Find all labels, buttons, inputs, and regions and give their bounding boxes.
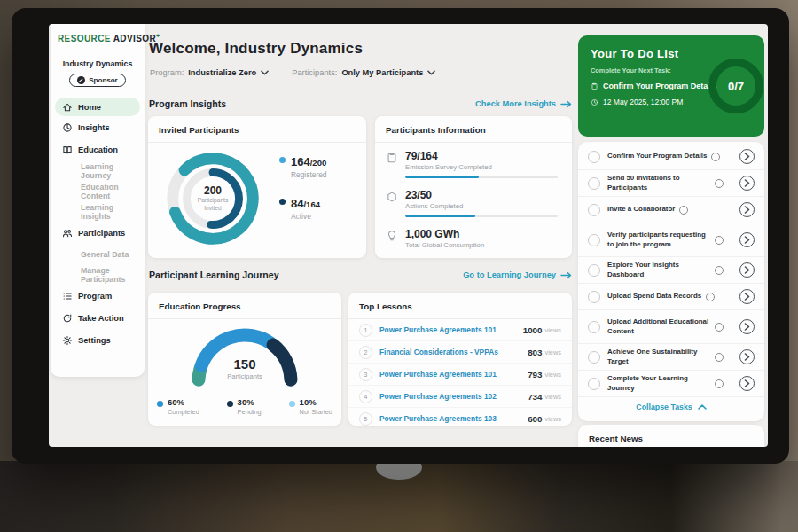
- task-open-button[interactable]: [739, 262, 755, 278]
- task-row[interactable]: Invite a Collaborator: [578, 197, 764, 223]
- task-row[interactable]: Send 50 Invitations to Participants: [578, 170, 764, 197]
- sidebar-item-participants[interactable]: Participants: [51, 222, 145, 244]
- task-row[interactable]: Upload Additional Educational Content: [578, 310, 764, 344]
- gauge-center-label: Participants: [183, 372, 307, 380]
- recent-news-title: Recent News: [578, 425, 764, 447]
- lesson-link[interactable]: Power Purchase Agreements 102: [379, 392, 497, 401]
- task-info-icon[interactable]: [679, 206, 688, 215]
- task-info-icon[interactable]: [715, 179, 724, 188]
- org-name: Industry Dynamics: [51, 59, 145, 68]
- lesson-link[interactable]: Power Purchase Agreements 101: [379, 370, 497, 379]
- sidebar-item-learning-journey[interactable]: Learning Journey: [51, 160, 145, 181]
- task-row[interactable]: Achieve One Sustainability Target: [578, 344, 764, 371]
- participants-label: Participants:: [292, 68, 337, 77]
- task-info-icon[interactable]: [715, 323, 724, 332]
- stat-emission-survey: 79/164 Emission Survey Completed: [386, 150, 559, 178]
- stat-value: 1,000 GWh: [405, 228, 484, 240]
- task-open-button[interactable]: [739, 319, 755, 334]
- legend-pending: 30% Pending: [227, 397, 262, 416]
- sidebar-item-label: Program: [78, 292, 112, 301]
- lesson-link[interactable]: Power Purchase Agreements 101: [379, 325, 497, 334]
- task-open-button[interactable]: [739, 289, 755, 304]
- todo-progress-ring: 0/7: [708, 59, 763, 113]
- task-row[interactable]: Complete Your Learning Journey: [578, 371, 764, 397]
- invited-participants-donut-chart: 200 Participants Invited: [160, 146, 265, 251]
- logo-plus: +: [156, 33, 160, 39]
- lesson-row: 4 Power Purchase Agreements 102 734 view…: [348, 386, 572, 408]
- task-checkbox[interactable]: [588, 321, 600, 333]
- go-to-learning-journey-link[interactable]: Go to Learning Journey: [463, 270, 572, 279]
- task-info-icon[interactable]: [715, 266, 724, 275]
- sidebar-item-general-data[interactable]: General Data: [51, 244, 145, 264]
- task-checkbox[interactable]: [588, 151, 600, 163]
- legend-dot: [289, 401, 295, 407]
- program-dropdown[interactable]: Program: Industrialize Zero: [150, 68, 269, 77]
- sidebar-item-take-action[interactable]: Take Action: [51, 307, 145, 329]
- legend-total: /164: [303, 200, 320, 209]
- survey-icon: [386, 152, 398, 164]
- sidebar-item-label: Participants: [78, 229, 125, 238]
- learning-journey-header: Participant Learning Journey Go to Learn…: [149, 270, 572, 280]
- task-open-button[interactable]: [739, 232, 755, 247]
- sidebar-item-insights[interactable]: Insights: [51, 116, 145, 138]
- task-label: Invite a Collaborator: [607, 205, 675, 214]
- task-row[interactable]: Upload Spend Data Records: [578, 284, 764, 310]
- task-checkbox[interactable]: [588, 177, 600, 190]
- lesson-views: 793: [528, 370, 542, 379]
- link-label: Go to Learning Journey: [463, 270, 556, 279]
- task-info-icon[interactable]: [706, 293, 715, 301]
- participants-dropdown[interactable]: Participants: Only My Participants: [292, 68, 435, 77]
- task-row[interactable]: Verify participants requesting to join t…: [578, 223, 764, 257]
- gauge-legend: 60% Completed 30% Pending: [157, 397, 332, 416]
- sidebar-item-home[interactable]: Home: [55, 98, 140, 116]
- insights-icon: [62, 122, 73, 133]
- task-checkbox[interactable]: [588, 291, 600, 303]
- invited-participants-card: Invited Participants 200 Participants In…: [148, 116, 366, 258]
- sidebar-item-learning-insights[interactable]: Learning Insights: [51, 201, 145, 222]
- task-open-button[interactable]: [739, 202, 755, 217]
- task-info-icon[interactable]: [715, 353, 724, 362]
- lesson-row: 2 Financial Considerations - VPPAs 803 v…: [348, 341, 572, 364]
- legend-label: Active: [291, 212, 320, 221]
- task-row[interactable]: Explore Your Insights Dashboard: [578, 257, 764, 284]
- task-info-icon[interactable]: [715, 379, 724, 388]
- task-checkbox[interactable]: [588, 204, 600, 216]
- program-label: Program:: [150, 68, 184, 77]
- task-open-button[interactable]: [739, 376, 755, 391]
- recent-news-card: Recent News: [578, 425, 764, 447]
- task-label: Achieve One Sustainability Target: [607, 348, 710, 366]
- sidebar-item-manage-participants[interactable]: Manage Participants: [51, 264, 145, 285]
- task-open-button[interactable]: [739, 349, 755, 364]
- lesson-link[interactable]: Financial Considerations - VPPAs: [379, 348, 498, 356]
- task-open-button[interactable]: [739, 176, 755, 191]
- sidebar-item-label: Settings: [78, 336, 111, 345]
- task-checkbox[interactable]: [588, 234, 600, 246]
- task-label: Confirm Your Program Details: [607, 152, 707, 160]
- legend-value: 84: [291, 197, 303, 210]
- task-info-icon[interactable]: [711, 153, 720, 161]
- todo-due: 12 May 2025, 12:00 PM: [591, 98, 683, 106]
- lesson-link[interactable]: Power Purchase Agreements 103: [379, 414, 497, 423]
- collapse-tasks-link[interactable]: Collapse Tasks: [578, 397, 764, 416]
- legend-dot: [157, 401, 163, 407]
- check-more-insights-link[interactable]: Check More Insights: [475, 99, 572, 108]
- task-checkbox[interactable]: [588, 378, 600, 390]
- lesson-rank: 3: [359, 368, 372, 381]
- task-info-icon[interactable]: [715, 236, 724, 245]
- dashboard-screen: RESOURCE ADVISOR+ Industry Dynamics Spon…: [49, 24, 768, 447]
- sidebar-item-program[interactable]: Program: [51, 285, 145, 307]
- task-open-button[interactable]: [739, 149, 755, 164]
- sponsor-badge[interactable]: Sponsor: [69, 74, 125, 87]
- legend-registered: 164/200 Registered: [279, 153, 327, 179]
- list-icon: [62, 291, 73, 301]
- task-checkbox[interactable]: [588, 351, 600, 364]
- task-label: Upload Additional Educational Content: [607, 317, 710, 336]
- task-row[interactable]: Confirm Your Program Details: [578, 144, 764, 170]
- sidebar-item-settings[interactable]: Settings: [51, 329, 145, 351]
- sidebar-item-education-content[interactable]: Education Content: [51, 181, 145, 201]
- task-checkbox[interactable]: [588, 264, 600, 277]
- top-lessons-card: Top Lessons 1 Power Purchase Agreements …: [348, 293, 572, 426]
- arrow-right-icon: [560, 271, 572, 279]
- sidebar-item-education[interactable]: Education: [51, 138, 145, 160]
- todo-subtitle: Complete Your Next Task:: [591, 66, 671, 74]
